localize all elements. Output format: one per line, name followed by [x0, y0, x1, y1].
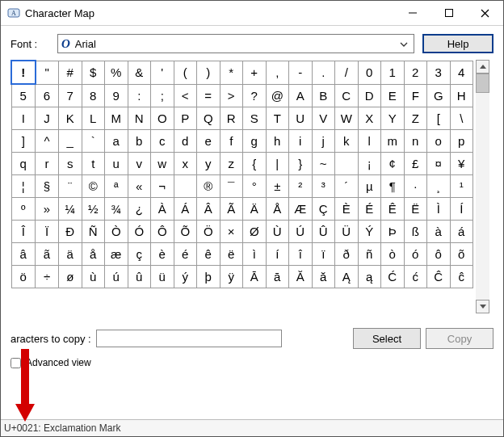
char-cell[interactable]: v	[128, 153, 151, 175]
char-cell[interactable]: î	[289, 243, 313, 266]
char-cell[interactable]: ´	[335, 175, 359, 198]
char-cell[interactable]: w	[151, 153, 174, 175]
char-cell[interactable]: K	[59, 107, 82, 130]
char-cell[interactable]: Q	[197, 107, 220, 130]
char-cell[interactable]: c	[151, 130, 174, 153]
char-cell[interactable]: |	[266, 153, 289, 175]
char-cell[interactable]: Þ	[381, 221, 405, 243]
char-cell[interactable]: A	[289, 84, 313, 107]
char-cell[interactable]: ¹	[450, 175, 473, 198]
char-cell[interactable]: ß	[404, 221, 427, 243]
char-cell[interactable]: »	[36, 198, 59, 221]
char-cell[interactable]: §	[36, 175, 59, 198]
char-cell[interactable]: è	[151, 243, 174, 266]
char-cell[interactable]: £	[404, 153, 427, 175]
char-cell[interactable]: Ù	[266, 221, 289, 243]
char-cell[interactable]: Ă	[289, 266, 313, 288]
character-grid[interactable]: !"#$%&'()*+,-./0123456789:;<=>?@ABCDEFGH…	[10, 60, 473, 288]
char-cell[interactable]: /	[335, 61, 359, 84]
char-cell[interactable]: É	[358, 198, 381, 221]
char-cell[interactable]: Ü	[335, 221, 359, 243]
char-cell[interactable]: >	[220, 84, 243, 107]
char-cell[interactable]: ¡	[358, 153, 381, 175]
char-cell[interactable]: $	[82, 61, 105, 84]
char-cell[interactable]: ö	[11, 266, 36, 288]
char-cell[interactable]: ¦	[11, 175, 36, 198]
minimize-button[interactable]	[394, 1, 430, 25]
char-cell[interactable]: â	[11, 243, 36, 266]
char-cell[interactable]: =	[197, 84, 220, 107]
char-cell[interactable]: 6	[36, 84, 59, 107]
char-cell[interactable]: i	[289, 130, 313, 153]
char-cell[interactable]: \	[450, 107, 473, 130]
char-cell[interactable]: Ó	[128, 221, 151, 243]
char-cell[interactable]: º	[11, 198, 36, 221]
char-cell[interactable]: n	[404, 130, 427, 153]
char-cell[interactable]: Ò	[105, 221, 128, 243]
char-cell[interactable]: Ĉ	[427, 266, 451, 288]
char-cell[interactable]: ¿	[128, 198, 151, 221]
char-cell[interactable]: Ê	[381, 198, 405, 221]
char-cell[interactable]: Ã	[220, 198, 243, 221]
char-cell[interactable]: t	[82, 153, 105, 175]
char-cell[interactable]: F	[404, 84, 427, 107]
char-cell[interactable]: )	[197, 61, 220, 84]
char-cell[interactable]: ÷	[36, 266, 59, 288]
char-cell[interactable]: ç	[128, 243, 151, 266]
char-cell[interactable]: Ñ	[82, 221, 105, 243]
scroll-up-button[interactable]	[476, 60, 489, 74]
char-cell[interactable]: B	[312, 84, 335, 107]
characters-to-copy-input[interactable]	[96, 330, 282, 347]
char-cell[interactable]: á	[450, 221, 473, 243]
char-cell[interactable]: ô	[427, 243, 451, 266]
copy-button[interactable]: Copy	[426, 328, 494, 349]
char-cell[interactable]: ò	[381, 243, 405, 266]
char-cell[interactable]: ~	[312, 153, 335, 175]
char-cell[interactable]: 8	[82, 84, 105, 107]
char-cell[interactable]: ²	[289, 175, 313, 198]
char-cell[interactable]: ÿ	[220, 266, 243, 288]
char-cell[interactable]: ð	[335, 243, 359, 266]
char-cell[interactable]: a	[105, 130, 128, 153]
char-cell[interactable]: P	[174, 107, 197, 130]
help-button[interactable]: Help	[422, 34, 494, 53]
char-cell[interactable]: ?	[243, 84, 267, 107]
char-cell[interactable]: L	[82, 107, 105, 130]
char-cell[interactable]: Î	[11, 221, 36, 243]
char-cell[interactable]: È	[335, 198, 359, 221]
char-cell[interactable]: é	[174, 243, 197, 266]
char-cell[interactable]: #	[59, 61, 82, 84]
char-cell[interactable]: 7	[59, 84, 82, 107]
char-cell[interactable]: e	[197, 130, 220, 153]
char-cell[interactable]: Ç	[312, 198, 335, 221]
char-cell[interactable]: 3	[427, 61, 451, 84]
char-cell[interactable]: `	[82, 130, 105, 153]
char-cell[interactable]: h	[266, 130, 289, 153]
char-cell[interactable]: ó	[404, 243, 427, 266]
char-cell[interactable]: u	[105, 153, 128, 175]
char-cell[interactable]: ×	[220, 221, 243, 243]
char-cell[interactable]: X	[358, 107, 381, 130]
char-cell[interactable]: µ	[358, 175, 381, 198]
char-cell[interactable]: Ì	[427, 198, 451, 221]
scroll-down-button[interactable]	[476, 300, 489, 313]
char-cell[interactable]: r	[36, 153, 59, 175]
char-cell[interactable]: Z	[404, 107, 427, 130]
char-cell[interactable]: @	[266, 84, 289, 107]
char-cell[interactable]: ­	[174, 175, 197, 198]
char-cell[interactable]: Ë	[404, 198, 427, 221]
char-cell[interactable]: õ	[450, 243, 473, 266]
char-cell[interactable]: +	[243, 61, 267, 84]
char-cell[interactable]: ,	[266, 61, 289, 84]
char-cell[interactable]: Û	[312, 221, 335, 243]
char-cell[interactable]: !	[11, 61, 36, 84]
char-cell[interactable]: Ć	[381, 266, 405, 288]
char-cell[interactable]: ë	[220, 243, 243, 266]
char-cell[interactable]: Õ	[174, 221, 197, 243]
char-cell[interactable]: ĉ	[450, 266, 473, 288]
char-cell[interactable]: q	[11, 153, 36, 175]
char-cell[interactable]: d	[174, 130, 197, 153]
char-cell[interactable]: ³	[312, 175, 335, 198]
char-cell[interactable]: ê	[197, 243, 220, 266]
char-cell[interactable]: ¢	[381, 153, 405, 175]
